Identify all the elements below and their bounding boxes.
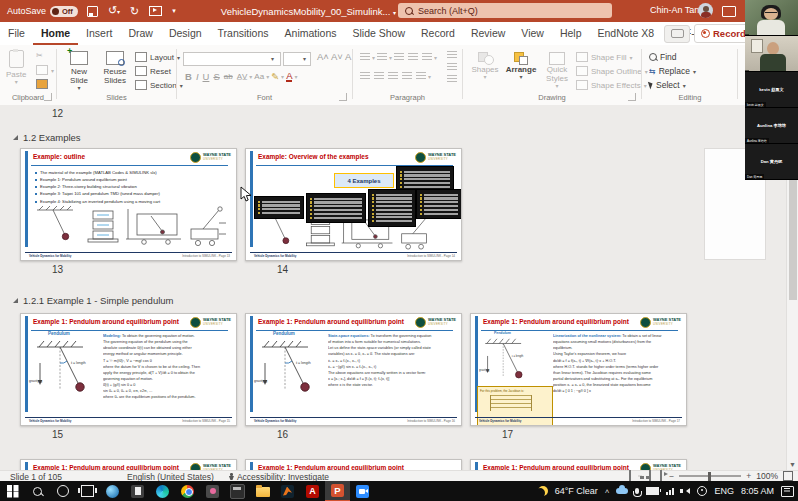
zoom-slider-handle[interactable] xyxy=(708,472,711,481)
underline-button[interactable]: U xyxy=(203,71,210,82)
bullets-icon[interactable] xyxy=(360,53,370,61)
redo-icon[interactable]: ↻ xyxy=(130,0,139,22)
meeting-controls-icon[interactable] xyxy=(722,6,736,17)
zoom-slider[interactable] xyxy=(679,475,741,477)
tab-draw[interactable]: Draw xyxy=(120,22,161,45)
font-size-select[interactable] xyxy=(283,52,311,66)
participant-tile-camera-off[interactable]: Aunlina 李培培 Aunlina 李培培 xyxy=(745,108,798,144)
photos-app[interactable] xyxy=(200,481,225,501)
decrease-indent-icon[interactable] xyxy=(394,53,404,61)
weather-moon-icon[interactable] xyxy=(538,486,548,496)
tab-home[interactable]: Home xyxy=(33,22,78,45)
align-center-icon[interactable] xyxy=(374,72,384,80)
network-signal-icon[interactable] xyxy=(666,487,676,495)
paste-button[interactable]: Paste▾ xyxy=(6,50,26,86)
clear-format-button[interactable]: A xyxy=(345,51,351,62)
shadow-button[interactable]: ab xyxy=(224,72,233,81)
slide-thumbnail-19[interactable]: Example 1: Pendulum around equilibrium p… xyxy=(245,459,462,470)
font-dialog-launcher[interactable] xyxy=(339,93,347,101)
tab-slide-show[interactable]: Slide Show xyxy=(345,22,414,45)
record-button[interactable]: Record xyxy=(694,24,753,43)
calculator-app[interactable] xyxy=(225,481,250,501)
snipping-tool-app[interactable] xyxy=(125,481,150,501)
save-icon[interactable] xyxy=(87,6,98,17)
italic-button[interactable]: I xyxy=(196,71,199,82)
clock[interactable]: 8:05 AM xyxy=(741,486,774,496)
slide-sorter-view-button[interactable] xyxy=(638,475,642,477)
reset-button[interactable]: Reset xyxy=(135,66,171,76)
tab-animations[interactable]: Animations xyxy=(277,22,345,45)
numbering-icon[interactable] xyxy=(377,53,387,61)
bold-button[interactable]: B xyxy=(185,71,192,82)
select-button[interactable]: Select▾ xyxy=(649,80,686,90)
scroll-down-icon[interactable]: ▼ xyxy=(789,461,796,468)
copy-button[interactable]: ▾ xyxy=(36,65,54,75)
slide-thumbnail-20[interactable]: Example 1: Pendulum around equilibrium p… xyxy=(470,459,687,470)
tab-design[interactable]: Design xyxy=(161,22,210,45)
increase-indent-icon[interactable] xyxy=(408,53,418,61)
taskbar-search-button[interactable] xyxy=(25,481,50,501)
cut-button[interactable]: ✂ xyxy=(36,51,43,60)
tab-transitions[interactable]: Transitions xyxy=(210,22,277,45)
zoom-app[interactable] xyxy=(350,481,375,501)
accessibility-status[interactable]: Accessibility: Investigate xyxy=(237,472,329,482)
grow-font-button[interactable]: A˄ xyxy=(317,51,329,62)
slide-thumbnail-18[interactable]: Example 1: Pendulum around equilibrium p… xyxy=(20,459,237,470)
language-status[interactable]: English (United States) xyxy=(127,472,214,482)
find-button[interactable]: Find xyxy=(649,52,677,62)
replace-button[interactable]: ⇆Replace▾ xyxy=(649,66,696,76)
participant-video-tile[interactable] xyxy=(745,0,798,36)
document-title[interactable]: VehicleDynamicsMobility_00_Simulink... ▾ xyxy=(221,6,396,17)
section-collapse-icon[interactable] xyxy=(13,298,18,303)
onedrive-icon[interactable] xyxy=(616,488,628,494)
participant-tile-camera-off[interactable]: Dan 黄丹妮 Dan 黄丹妮 xyxy=(745,144,798,180)
highlight-color-button[interactable]: ✎ xyxy=(271,71,279,82)
microphone-icon[interactable] xyxy=(635,488,639,494)
tab-help[interactable]: Help xyxy=(552,22,590,45)
speaker-icon[interactable] xyxy=(683,488,690,494)
tab-endnote[interactable]: EndNote X8 xyxy=(590,22,663,45)
edge-app[interactable] xyxy=(150,481,175,501)
cortana-button[interactable] xyxy=(50,481,75,501)
autosave-toggle[interactable]: Off xyxy=(50,6,78,17)
action-center-icon[interactable] xyxy=(781,486,794,497)
slide-thumbnail-15[interactable]: Example 1: Pendulum around equilibrium p… xyxy=(20,313,237,426)
slide-thumbnail-13[interactable]: Example: outline WAYNE STATEUNIVERSITY T… xyxy=(20,148,237,261)
slide-thumbnail-17[interactable]: Example 1: Pendulum around equilibrium p… xyxy=(470,313,687,426)
file-explorer-app[interactable] xyxy=(250,481,275,501)
account-name[interactable]: Chin-An Tan xyxy=(650,5,699,15)
columns-icon[interactable] xyxy=(416,72,426,80)
acrobat-app[interactable]: A xyxy=(300,481,325,501)
edge-blue-app[interactable] xyxy=(100,481,125,501)
char-spacing-button[interactable]: A̲V̲ xyxy=(237,72,248,81)
matlab-app[interactable] xyxy=(275,481,300,501)
quick-access-dropdown-icon[interactable]: ▾ xyxy=(172,0,176,22)
tab-review[interactable]: Review xyxy=(463,22,513,45)
start-button[interactable] xyxy=(0,481,25,501)
quick-styles-button[interactable]: Quick Styles▾ xyxy=(542,52,572,90)
tab-view[interactable]: View xyxy=(513,22,552,45)
align-text-icon[interactable] xyxy=(447,63,457,71)
participant-tile-camera-off[interactable]: kevin 赵晨文 kevin 赵晨文 xyxy=(745,72,798,108)
avatar[interactable] xyxy=(698,3,713,18)
zoom-out-button[interactable]: − xyxy=(669,471,674,481)
fit-to-window-icon[interactable] xyxy=(783,471,793,481)
format-painter-button[interactable] xyxy=(36,79,48,89)
font-color-button[interactable]: A xyxy=(286,72,292,82)
drawing-dialog-launcher[interactable] xyxy=(628,93,636,101)
strikethrough-button[interactable]: S xyxy=(213,71,219,82)
scrollbar-thumb[interactable] xyxy=(789,180,797,300)
line-spacing-icon[interactable] xyxy=(422,53,432,61)
tab-record[interactable]: Record xyxy=(413,22,463,45)
slide-thumbnail-16[interactable]: Example 1: Pendulum around equilibrium p… xyxy=(245,313,462,426)
search-input[interactable]: Search (Alt+Q) xyxy=(398,3,612,18)
tab-insert[interactable]: Insert xyxy=(78,22,120,45)
start-slideshow-icon[interactable] xyxy=(149,6,162,16)
phone-link-icon[interactable] xyxy=(697,486,707,496)
text-direction-icon[interactable] xyxy=(447,51,457,59)
zoom-in-button[interactable]: + xyxy=(746,471,751,481)
slide-sorter-view[interactable]: 12 1.2 Examples Example: outline WAYNE S… xyxy=(0,105,798,470)
participant-video-tile[interactable] xyxy=(745,36,798,72)
arrange-button[interactable]: Arrange▾ xyxy=(504,52,538,81)
shape-outline-button[interactable]: Shape Outline▾ xyxy=(576,66,648,76)
